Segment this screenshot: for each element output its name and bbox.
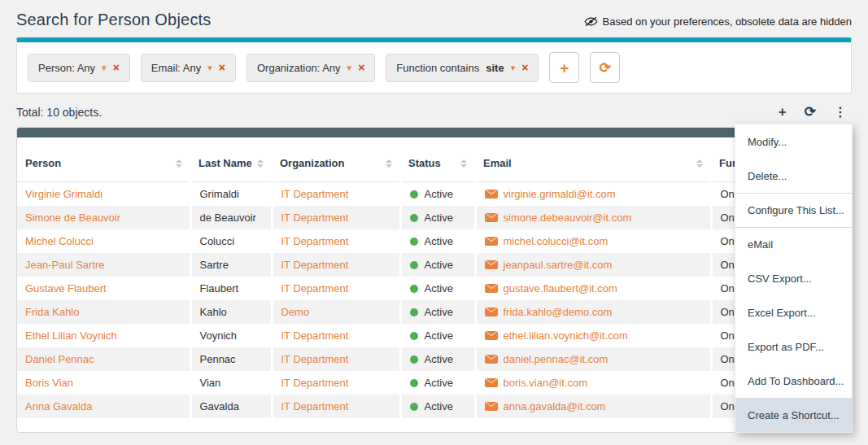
organization-link[interactable]: IT Department: [281, 329, 349, 342]
email-link[interactable]: jeanpaul.sartre@it.com: [504, 259, 613, 271]
column-header[interactable]: Person: [17, 137, 190, 182]
organization-link[interactable]: IT Department: [281, 353, 349, 365]
chevron-down-icon[interactable]: ▾: [207, 63, 212, 72]
new-object-button[interactable]: +: [774, 103, 792, 120]
status-active-dot: [410, 261, 418, 269]
menu-item-label: Create a Shortcut...: [748, 409, 840, 421]
person-link[interactable]: Frida Kahlo: [25, 306, 79, 318]
organization-link[interactable]: IT Department: [281, 282, 349, 294]
email-envelope-icon: [485, 355, 498, 364]
organization-link[interactable]: IT Department: [281, 188, 349, 200]
person-link[interactable]: Virginie Grimaldi: [25, 188, 103, 200]
person-link[interactable]: Gustave Flaubert: [25, 282, 107, 294]
menu-item[interactable]: Modify...: [735, 124, 852, 159]
email-link[interactable]: simone.debeauvoir@it.com: [504, 212, 632, 224]
organization-link[interactable]: IT Department: [281, 377, 349, 389]
sort-icon[interactable]: [696, 159, 703, 168]
chevron-down-icon[interactable]: ▾: [511, 63, 516, 72]
menu-item-label: Excel Export...: [748, 307, 816, 319]
status-active-dot: [410, 379, 418, 387]
table-row: Ethel Lilian Voynich Voynich IT Departme…: [17, 324, 851, 347]
refresh-icon: ⟳: [600, 61, 611, 75]
filter-pill[interactable]: Person: Any ▾ ×: [28, 54, 130, 82]
person-link[interactable]: Anna Gavalda: [25, 400, 92, 412]
email-link[interactable]: boris.vian@it.com: [504, 377, 588, 389]
organization-link[interactable]: IT Department: [281, 259, 349, 271]
filter-pill-value: site: [486, 62, 504, 74]
menu-item[interactable]: Delete...: [735, 159, 852, 193]
obsolete-data-notice: Based on your preferences, obsolete data…: [584, 15, 852, 29]
filter-pill[interactable]: Email: Any ▾ ×: [141, 54, 236, 82]
email-envelope-icon: [485, 237, 498, 246]
menu-item[interactable]: CSV Export...: [735, 261, 852, 295]
refresh-list-button[interactable]: ⟳: [800, 103, 821, 120]
last-name-text: Pennac: [200, 353, 236, 365]
status-text: Active: [425, 259, 453, 271]
email-link[interactable]: frida.kahlo@demo.com: [504, 306, 613, 318]
remove-filter-icon[interactable]: ×: [219, 62, 225, 73]
email-link[interactable]: gustave.flaubert@it.com: [504, 282, 617, 294]
results-table: Person Last Name Organization Status Ema…: [17, 137, 851, 418]
status-text: Active: [425, 377, 453, 389]
person-link[interactable]: Ethel Lilian Voynich: [25, 329, 117, 342]
person-link[interactable]: Boris Vian: [25, 377, 73, 389]
actions-context-menu: Modify... Delete... Configure This List.…: [735, 124, 853, 433]
column-header[interactable]: Organization: [272, 137, 400, 182]
filter-pill[interactable]: Organization: Any ▾ ×: [246, 54, 375, 82]
status-text: Active: [425, 235, 453, 247]
sort-icon[interactable]: [176, 159, 182, 168]
email-link[interactable]: michel.colucci@it.com: [504, 235, 608, 247]
menu-item[interactable]: Create a Shortcut...: [735, 398, 852, 432]
menu-item[interactable]: Excel Export...: [735, 295, 852, 329]
organization-link[interactable]: Demo: [281, 306, 310, 318]
menu-item[interactable]: Configure This List...: [735, 193, 852, 227]
refresh-search-button[interactable]: ⟳: [590, 52, 620, 83]
table-row: Daniel Pennac Pennac IT Department Activ…: [17, 347, 851, 371]
person-link[interactable]: Daniel Pennac: [25, 353, 94, 365]
column-header[interactable]: Email: [475, 137, 711, 182]
filter-pill-list: Person: Any ▾ × Email: Any ▾ × Organizat…: [28, 54, 539, 82]
table-header-row: Person Last Name Organization Status Ema…: [17, 137, 851, 182]
sort-icon[interactable]: [460, 159, 467, 168]
chevron-down-icon[interactable]: ▾: [347, 63, 352, 72]
table-row: Virginie Grimaldi Grimaldi IT Department…: [17, 182, 851, 207]
organization-link[interactable]: IT Department: [281, 235, 349, 247]
menu-item[interactable]: Add To Dashboard...: [735, 364, 852, 398]
sort-icon[interactable]: [257, 159, 264, 168]
remove-filter-icon[interactable]: ×: [521, 62, 528, 73]
table-row: Simone de Beauvoir de Beauvoir IT Depart…: [17, 206, 851, 229]
status-active-dot: [410, 285, 418, 293]
organization-link[interactable]: IT Department: [281, 212, 349, 224]
list-actions: + ⟳ ⋮: [774, 103, 852, 120]
sort-icon[interactable]: [386, 159, 392, 168]
email-link[interactable]: virginie.grimaldi@it.com: [504, 188, 616, 200]
status-text: Active: [425, 188, 453, 200]
add-criteria-button[interactable]: +: [549, 52, 579, 83]
email-envelope-icon: [485, 308, 498, 316]
filter-pill-label: Function contains: [396, 62, 479, 74]
remove-filter-icon[interactable]: ×: [113, 62, 120, 73]
person-link[interactable]: Simone de Beauvoir: [25, 212, 120, 224]
email-link[interactable]: ethel.lilian.voynich@it.com: [504, 329, 628, 342]
person-link[interactable]: Michel Colucci: [25, 235, 94, 247]
menu-item[interactable]: eMail: [735, 227, 852, 261]
menu-item-label: Delete...: [748, 170, 787, 182]
column-header[interactable]: Status: [400, 137, 475, 182]
status-text: Active: [425, 306, 453, 318]
last-name-text: Vian: [200, 377, 221, 389]
other-actions-menu-button[interactable]: ⋮: [829, 103, 852, 120]
page-title: Search for Person Objects: [16, 11, 212, 29]
column-header[interactable]: Last Name: [190, 137, 272, 182]
email-link[interactable]: daniel.pennac@it.com: [504, 353, 608, 365]
status-text: Active: [425, 282, 453, 294]
table-body: Virginie Grimaldi Grimaldi IT Department…: [17, 182, 851, 419]
menu-item[interactable]: Export as PDF...: [735, 329, 852, 364]
last-name-text: Gavalda: [200, 400, 239, 412]
chevron-down-icon[interactable]: ▾: [102, 63, 107, 72]
email-link[interactable]: anna.gavalda@it.com: [504, 400, 606, 412]
organization-link[interactable]: IT Department: [281, 400, 349, 412]
filter-pill[interactable]: Function contains site ▾ ×: [386, 54, 539, 82]
menu-item-label: Modify...: [748, 136, 787, 148]
remove-filter-icon[interactable]: ×: [358, 62, 364, 73]
person-link[interactable]: Jean-Paul Sartre: [25, 259, 105, 271]
